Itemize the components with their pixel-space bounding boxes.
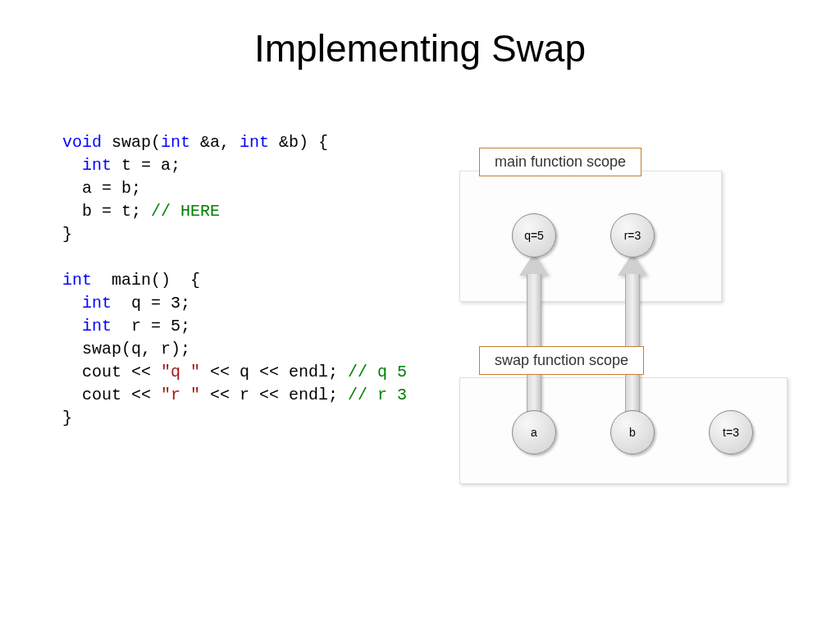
kw-int: int: [82, 156, 112, 175]
code-block: void swap(int &a, int &b) { int t = a; a…: [62, 131, 407, 430]
scope-diagram: main function scope swap function scope …: [459, 131, 804, 509]
node-q: q=5: [512, 213, 556, 258]
code-text: &b) {: [269, 133, 328, 152]
code-text: cout <<: [62, 363, 161, 381]
code-text: swap(q, r);: [62, 340, 190, 358]
code-text: t = a;: [112, 156, 180, 175]
comment: // HERE: [151, 202, 220, 221]
kw-int: int: [240, 133, 269, 152]
string: "q ": [161, 363, 200, 381]
kw-int: int: [62, 271, 92, 290]
code-text: }: [62, 409, 72, 427]
code-text: main() {: [92, 271, 200, 290]
main-scope-label: main function scope: [479, 148, 641, 176]
code-text: b = t;: [62, 202, 151, 221]
code-text: << q << endl;: [200, 363, 348, 381]
code-text: cout <<: [62, 386, 161, 404]
code-text: << r << endl;: [200, 386, 348, 404]
node-b: b: [610, 410, 655, 454]
main-scope-box: [459, 171, 722, 302]
node-r: r=3: [610, 213, 655, 258]
kw-int: int: [161, 133, 190, 152]
code-text: &a,: [190, 133, 240, 152]
code-text: r = 5;: [112, 317, 190, 336]
code-text: a = b;: [62, 179, 141, 198]
swap-scope-label: swap function scope: [479, 346, 644, 375]
code-text: q = 3;: [112, 294, 190, 313]
node-a: a: [512, 410, 556, 454]
kw-int: int: [82, 294, 112, 313]
comment: // q 5: [348, 363, 407, 381]
slide-title: Implementing Swap: [0, 0, 840, 71]
comment: // r 3: [348, 386, 407, 404]
string: "r ": [161, 386, 200, 404]
kw-int: int: [82, 317, 112, 336]
code-text: swap(: [102, 133, 161, 152]
node-t: t=3: [709, 410, 753, 454]
code-text: }: [62, 225, 72, 244]
kw-void: void: [62, 133, 102, 152]
